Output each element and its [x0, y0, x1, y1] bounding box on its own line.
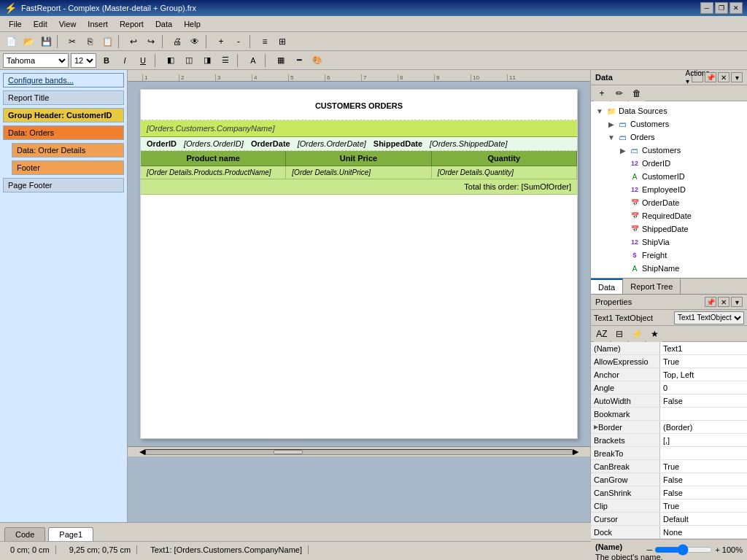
menu-view[interactable]: View: [53, 18, 82, 30]
prop-angle-val[interactable]: 0: [660, 381, 747, 394]
menu-insert[interactable]: Insert: [82, 18, 114, 30]
band-data-order-details[interactable]: Data: Order Details: [12, 143, 124, 158]
props-menu-btn[interactable]: ▾: [731, 297, 743, 307]
restore-btn[interactable]: ❐: [715, 2, 728, 14]
menu-data[interactable]: Data: [150, 18, 178, 30]
cut-btn[interactable]: ✂: [64, 34, 80, 50]
prop-cursor[interactable]: Cursor Default: [591, 513, 747, 526]
tree-orderid[interactable]: 12 OrderID: [594, 157, 744, 170]
detail-data-row[interactable]: [Order Details.Products.ProductName] [Or…: [141, 166, 577, 179]
tab-code[interactable]: Code: [4, 527, 45, 541]
close-btn[interactable]: ✕: [729, 2, 743, 14]
font-name-select[interactable]: Tahoma: [3, 53, 69, 68]
open-btn[interactable]: 📂: [20, 34, 36, 50]
align-center-btn[interactable]: ◫: [181, 52, 197, 69]
fill-color-btn[interactable]: A: [245, 52, 261, 69]
preview-btn[interactable]: 👁: [187, 34, 203, 50]
prop-brackets[interactable]: Brackets [,]: [591, 434, 747, 447]
tree-requireddate[interactable]: 📅 RequiredDate: [594, 209, 744, 222]
prop-allowexpressio-val[interactable]: True: [660, 355, 747, 368]
minimize-btn[interactable]: ─: [700, 2, 713, 14]
prop-canbreak-val[interactable]: True: [660, 460, 747, 472]
tab-page1[interactable]: Page1: [48, 527, 93, 541]
scroll-track[interactable]: [145, 449, 573, 455]
prop-border[interactable]: Border (Border): [591, 421, 747, 434]
prop-bookmark-val[interactable]: [660, 408, 747, 420]
tree-shippeddate[interactable]: 📅 ShippedDate: [594, 222, 744, 236]
props-favs-btn[interactable]: ★: [646, 326, 662, 342]
grid-btn[interactable]: ⊞: [274, 34, 290, 50]
zoom-in-btn[interactable]: +: [213, 34, 229, 50]
props-sort-alpha-btn[interactable]: AZ: [594, 326, 610, 342]
data-pin-btn[interactable]: 📌: [705, 72, 716, 82]
menu-file[interactable]: File: [3, 18, 28, 30]
justify-btn[interactable]: ☰: [217, 52, 233, 69]
tab-data[interactable]: Data: [591, 279, 623, 294]
expand-orders-customers[interactable]: ▶: [617, 144, 629, 156]
zoom-in-status-btn[interactable]: +: [715, 545, 719, 554]
prop-anchor[interactable]: Anchor Top, Left: [591, 368, 747, 381]
orders-header-band[interactable]: OrderID [Orders.OrderID] OrderDate [Orde…: [141, 137, 577, 151]
props-pin-btn[interactable]: 📌: [705, 297, 716, 307]
bold-btn[interactable]: B: [98, 52, 115, 69]
scroll-left-btn[interactable]: ◀: [139, 447, 145, 456]
prop-cangrow[interactable]: CanGrow False: [591, 473, 747, 486]
tree-shipvia[interactable]: 12 ShipVia: [594, 236, 744, 249]
tree-shipname[interactable]: A ShipName: [594, 262, 744, 275]
border-style-btn[interactable]: ▦: [273, 52, 289, 69]
tree-customerid[interactable]: A CustomerID: [594, 170, 744, 183]
tab-report-tree[interactable]: Report Tree: [623, 279, 681, 294]
tree-employeeid[interactable]: 12 EmployeeID: [594, 183, 744, 196]
font-size-select[interactable]: 12: [71, 53, 96, 68]
menu-report[interactable]: Report: [114, 18, 150, 30]
data-add-btn[interactable]: +: [594, 85, 610, 101]
prop-brackets-val[interactable]: [,]: [660, 434, 747, 446]
data-actions-btn[interactable]: Actions ▾: [692, 72, 703, 82]
zoom-out-status-btn[interactable]: ─: [647, 545, 653, 554]
prop-border-key[interactable]: Border: [591, 421, 660, 433]
prop-canshrink[interactable]: CanShrink False: [591, 486, 747, 499]
prop-dock[interactable]: Dock None: [591, 526, 747, 539]
zoom-out-btn[interactable]: -: [231, 34, 247, 50]
copy-btn[interactable]: ⎘: [82, 34, 98, 50]
undo-btn[interactable]: ↩: [125, 34, 142, 50]
canvas-area[interactable]: 1 2 3 4 5 6 7 8 9 10 11 CUSTOMERS ORDERS…: [128, 70, 590, 522]
prop-autowidth-val[interactable]: False: [660, 394, 747, 407]
save-btn[interactable]: 💾: [38, 34, 54, 50]
border-color-btn[interactable]: 🎨: [309, 52, 325, 69]
tree-orderdate[interactable]: 📅 OrderDate: [594, 196, 744, 209]
expand-customers[interactable]: ▶: [605, 118, 617, 130]
border-width-btn[interactable]: ━: [291, 52, 307, 69]
prop-canbreak[interactable]: CanBreak True: [591, 460, 747, 473]
align-left-btn[interactable]: ◧: [163, 52, 179, 69]
band-report-title[interactable]: Report Title: [3, 90, 124, 105]
props-object-select[interactable]: Text1 TextObject: [674, 311, 744, 324]
zoom-slider[interactable]: [654, 544, 713, 556]
props-close-btn[interactable]: ✕: [718, 297, 729, 307]
tree-freight[interactable]: $ Freight: [594, 249, 744, 262]
expand-orders[interactable]: ▼: [605, 131, 617, 143]
prop-bookmark[interactable]: Bookmark: [591, 408, 747, 421]
prop-cursor-val[interactable]: Default: [660, 513, 747, 525]
redo-btn[interactable]: ↪: [143, 34, 159, 50]
prop-dock-val[interactable]: None: [660, 526, 747, 538]
align-btn[interactable]: ≡: [257, 34, 273, 50]
data-edit-btn[interactable]: ✏: [611, 85, 627, 101]
prop-anchor-val[interactable]: Top, Left: [660, 368, 747, 381]
band-data-orders[interactable]: Data: Orders: [3, 125, 124, 140]
props-events-btn[interactable]: ⚡: [629, 326, 645, 342]
scroll-right-btn[interactable]: ▶: [573, 447, 578, 456]
menu-help[interactable]: Help: [178, 18, 206, 30]
band-footer[interactable]: Footer: [12, 160, 124, 175]
prop-cangrow-val[interactable]: False: [660, 473, 747, 486]
prop-breakto-val[interactable]: [660, 447, 747, 459]
zoom-control[interactable]: ─ + 100%: [647, 544, 743, 556]
align-right-btn[interactable]: ◨: [199, 52, 215, 69]
tree-orders[interactable]: ▼ 🗃 Orders: [594, 131, 744, 144]
prop-clip-val[interactable]: True: [660, 499, 747, 512]
prop-allowexpressio[interactable]: AllowExpressio True: [591, 355, 747, 368]
data-delete-btn[interactable]: 🗑: [629, 85, 645, 101]
data-tree[interactable]: ▼ 📁 Data Sources ▶ 🗃 Customers ▼ 🗃 Order…: [591, 101, 747, 278]
prop-name-val[interactable]: Text1: [660, 342, 747, 354]
props-sort-cat-btn[interactable]: ⊟: [611, 326, 627, 342]
